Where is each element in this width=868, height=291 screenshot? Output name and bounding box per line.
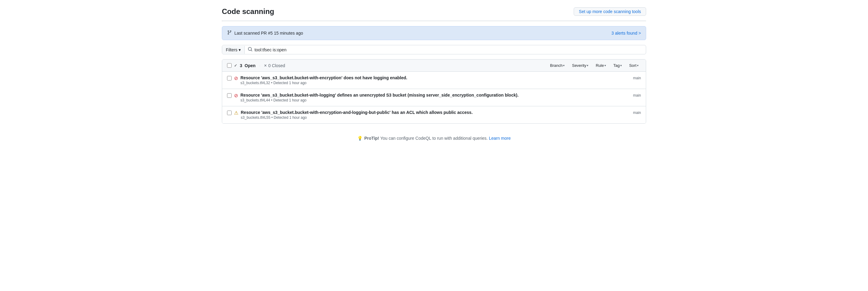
alert-2-error-icon: ⊘ xyxy=(234,93,238,99)
alerts-table-header: ✓ 3 Open · ✕ 0 Closed Branch ▾ Severity … xyxy=(222,60,646,72)
last-scanned-banner: Last scanned PR #5 15 minutes ago 3 aler… xyxy=(222,26,646,40)
alert-2-branch: main xyxy=(628,93,641,98)
alert-3-meta: s3_buckets.tf#L55 • Detected 1 hour ago xyxy=(241,115,628,120)
sort-label: Sort xyxy=(629,63,637,68)
search-input[interactable] xyxy=(254,47,643,52)
alert-3-warning-icon: ⚠ xyxy=(234,110,238,116)
alert-row: ⚠ Resource 'aws_s3_bucket.bucket-with-en… xyxy=(222,106,646,123)
search-area xyxy=(245,45,646,54)
closed-x-icon: ✕ xyxy=(264,64,267,68)
alerts-container: ✓ 3 Open · ✕ 0 Closed Branch ▾ Severity … xyxy=(222,59,646,123)
sort-chevron-icon: ▾ xyxy=(637,64,639,67)
sort-button[interactable]: Sort ▾ xyxy=(627,62,641,69)
rule-filter-label: Rule xyxy=(596,63,604,68)
closed-count: 0 xyxy=(268,63,271,68)
pro-tip-label: ProTip! xyxy=(364,136,379,141)
tag-chevron-icon: ▾ xyxy=(620,64,622,67)
severity-chevron-icon: ▾ xyxy=(587,64,588,67)
rule-filter-button[interactable]: Rule ▾ xyxy=(593,62,609,69)
alert-2-checkbox[interactable] xyxy=(227,93,231,98)
alerts-found-link[interactable]: 3 alerts found > xyxy=(612,31,641,36)
branch-chevron-icon: ▾ xyxy=(563,64,564,67)
alert-2-title[interactable]: Resource 'aws_s3_bucket.bucket-with-logg… xyxy=(241,93,628,98)
page-header: Code scanning Set up more code scanning … xyxy=(222,7,646,16)
closed-section: ✕ 0 Closed xyxy=(264,63,285,68)
alert-1-meta: s3_buckets.tf#L32 • Detected 1 hour ago xyxy=(241,81,628,85)
severity-filter-button[interactable]: Severity ▾ xyxy=(569,62,591,69)
last-scanned-text: Last scanned PR #5 15 minutes ago xyxy=(234,31,303,36)
setup-button[interactable]: Set up more code scanning tools xyxy=(574,7,646,16)
filters-chevron: ▾ xyxy=(239,47,241,52)
pro-tip-section: 💡 ProTip! You can configure CodeQL to ru… xyxy=(222,131,646,145)
page-title: Code scanning xyxy=(222,7,274,16)
divider-dot: · xyxy=(259,63,260,68)
open-check-icon: ✓ xyxy=(234,63,238,68)
alert-1-branch: main xyxy=(628,75,641,80)
filters-label: Filters xyxy=(226,47,238,52)
alerts-header-right: Branch ▾ Severity ▾ Rule ▾ Tag ▾ Sort xyxy=(548,62,641,69)
alert-row: ⊘ Resource 'aws_s3_bucket.bucket-with-lo… xyxy=(222,89,646,106)
alert-1-error-icon: ⊘ xyxy=(234,75,238,81)
pro-tip-message: You can configure CodeQL to run with add… xyxy=(380,136,489,141)
tag-filter-label: Tag xyxy=(613,63,620,68)
open-count: 3 xyxy=(240,63,242,68)
alert-3-checkbox[interactable] xyxy=(227,111,231,115)
alert-3-content: Resource 'aws_s3_bucket.bucket-with-encr… xyxy=(241,110,628,120)
branch-filter-button[interactable]: Branch ▾ xyxy=(548,62,567,69)
severity-filter-label: Severity xyxy=(572,63,586,68)
alert-row: ⊘ Resource 'aws_s3_bucket.bucket-with-en… xyxy=(222,72,646,89)
alert-1-title[interactable]: Resource 'aws_s3_bucket.bucket-with-encr… xyxy=(241,75,628,80)
alert-1-checkbox[interactable] xyxy=(227,76,231,80)
closed-label: Closed xyxy=(272,63,285,68)
alert-3-branch: main xyxy=(628,110,641,115)
select-all-checkbox[interactable] xyxy=(227,63,231,68)
open-label: Open xyxy=(245,63,256,68)
banner-left: Last scanned PR #5 15 minutes ago xyxy=(227,30,303,36)
alerts-header-left: ✓ 3 Open · ✕ 0 Closed xyxy=(227,63,285,68)
search-icon xyxy=(248,47,253,52)
alert-1-content: Resource 'aws_s3_bucket.bucket-with-encr… xyxy=(241,75,628,85)
header-divider xyxy=(222,21,646,21)
tag-filter-button[interactable]: Tag ▾ xyxy=(611,62,624,69)
alert-2-meta: s3_buckets.tf#L44 • Detected 1 hour ago xyxy=(241,98,628,102)
branch-filter-label: Branch xyxy=(550,63,562,68)
alert-2-content: Resource 'aws_s3_bucket.bucket-with-logg… xyxy=(241,93,628,102)
alert-3-title[interactable]: Resource 'aws_s3_bucket.bucket-with-encr… xyxy=(241,110,628,115)
pro-tip-text: ProTip! You can configure CodeQL to run … xyxy=(364,136,511,141)
rule-chevron-icon: ▾ xyxy=(604,64,606,67)
filters-button[interactable]: Filters ▾ xyxy=(222,46,245,54)
git-branch-icon xyxy=(227,30,232,36)
lightbulb-icon: 💡 xyxy=(357,136,363,141)
learn-more-link[interactable]: Learn more xyxy=(489,136,511,141)
filters-bar: Filters ▾ xyxy=(222,45,646,54)
